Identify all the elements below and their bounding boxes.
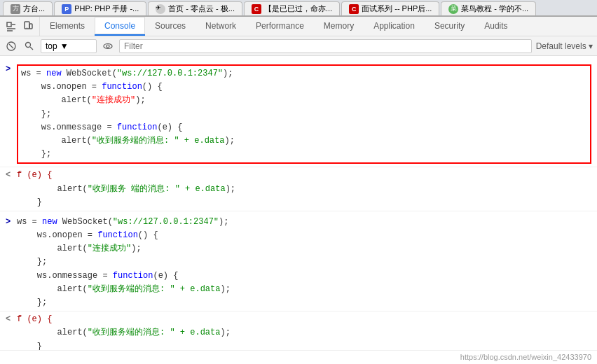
bottom-link: https://blog.csdn.net/weixin_42433970 — [460, 353, 591, 361]
svg-line-10 — [30, 47, 33, 50]
svg-point-12 — [107, 45, 109, 48]
tab-security[interactable]: Security — [425, 17, 474, 36]
eye-icon[interactable] — [101, 39, 115, 53]
console-toolbar: top ▼ Default levels ▾ — [0, 36, 597, 56]
favicon-4: C — [252, 4, 261, 14]
favicon-5: C — [349, 4, 359, 14]
browser-tab-2[interactable]: P PHP: PHP 手册 -... — [54, 1, 146, 15]
tab-bar: 方 方台... P PHP: PHP 手册 -... ✈ 首页 - 零点云 - … — [0, 0, 597, 15]
devtools-panel: Elements Console Sources Network Perform… — [0, 15, 597, 364]
tab-memory[interactable]: Memory — [314, 17, 364, 36]
browser-tab-1[interactable]: 方 方台... — [3, 1, 53, 15]
favicon-2: P — [62, 4, 71, 14]
tab-label-6: 菜鸟教程 - 学的不... — [461, 4, 528, 14]
context-arrow: ▼ — [60, 41, 69, 51]
svg-rect-0 — [7, 22, 11, 27]
console-output: > ws = new WebSocket("ws://127.0.0.1:234… — [0, 56, 597, 350]
console-entry-4: < f (e) { alert("收到服务端的消息: " + e.data); … — [0, 312, 597, 350]
devtools-nav-icons — [0, 17, 40, 36]
prompt-1: > — [6, 63, 11, 76]
bottom-bar: https://blog.csdn.net/weixin_42433970 — [0, 350, 597, 364]
browser-tab-4[interactable]: C 【是已已过，命亦... — [244, 1, 340, 15]
tab-label-5: 面试系列 -- PHP后... — [362, 4, 432, 14]
default-levels-dropdown[interactable]: Default levels ▾ — [536, 41, 593, 51]
context-selector[interactable]: top ▼ — [41, 39, 97, 53]
svg-line-8 — [9, 44, 13, 48]
favicon-3: ✈ — [156, 4, 165, 14]
tab-label-2: PHP: PHP 手册 -... — [74, 4, 139, 14]
clear-console-icon[interactable] — [4, 39, 18, 53]
filter-input[interactable] — [119, 39, 532, 53]
svg-rect-5 — [29, 24, 32, 29]
devtools-nav: Elements Console Sources Network Perform… — [0, 17, 597, 36]
console-entry-3: > ws = new WebSocket("ws://127.0.0.1:234… — [0, 211, 597, 312]
tab-label-1: 方台... — [23, 4, 45, 14]
tab-application[interactable]: Application — [364, 17, 425, 36]
svg-point-9 — [26, 42, 31, 47]
prompt-4: < — [6, 313, 11, 326]
filter-icon[interactable] — [22, 39, 36, 53]
browser-window: 方 方台... P PHP: PHP 手册 -... ✈ 首页 - 零点云 - … — [0, 0, 597, 364]
tab-elements[interactable]: Elements — [40, 17, 95, 36]
browser-tab-3[interactable]: ✈ 首页 - 零点云 - 极... — [148, 1, 242, 15]
device-toolbar-icon[interactable] — [21, 20, 35, 34]
context-value: top — [46, 41, 57, 51]
tab-console[interactable]: Console — [95, 17, 145, 36]
prompt-2: < — [6, 169, 11, 182]
tab-sources[interactable]: Sources — [145, 17, 195, 36]
tab-label-3: 首页 - 零点云 - 极... — [168, 4, 235, 14]
inspect-element-icon[interactable] — [4, 20, 18, 34]
highlighted-code-block-1: ws = new WebSocket("ws://127.0.0.1:2347"… — [17, 64, 591, 164]
devtools-tabs: Elements Console Sources Network Perform… — [40, 17, 597, 36]
favicon-6: 菜 — [448, 4, 458, 14]
browser-tab-6[interactable]: 菜 菜鸟教程 - 学的不... — [441, 1, 536, 15]
tab-label-4: 【是已已过，命亦... — [264, 4, 332, 14]
console-entry-1: > ws = new WebSocket("ws://127.0.0.1:234… — [0, 59, 597, 167]
tab-network[interactable]: Network — [195, 17, 246, 36]
console-entry-2: < f (e) { alert("收到服务 端的消息: " + e.data);… — [0, 167, 597, 211]
favicon-1: 方 — [11, 4, 20, 14]
browser-tab-5[interactable]: C 面试系列 -- PHP后... — [341, 1, 439, 15]
tab-audits[interactable]: Audits — [474, 17, 517, 36]
prompt-3: > — [6, 216, 11, 229]
tab-performance[interactable]: Performance — [246, 17, 314, 36]
